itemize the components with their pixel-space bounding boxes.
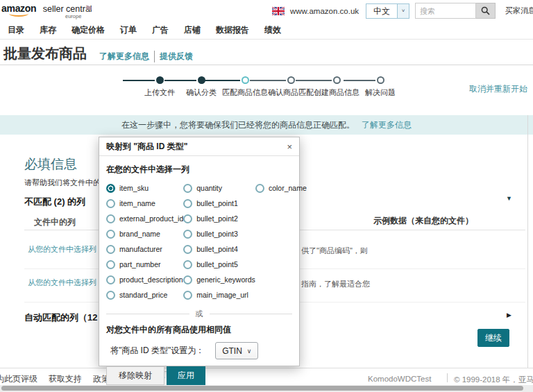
column-option[interactable]: generic_keywords [183,272,255,287]
apply-button[interactable]: 应用 [167,366,205,385]
or-divider: 或 [106,309,292,319]
header-links: 买家消息帮助设置 [501,6,533,16]
radio-icon[interactable] [183,291,192,300]
workflow-step: 解决问题 [359,76,401,98]
cancel-restart-link[interactable]: 取消并重新开始 [469,83,527,95]
column-option[interactable]: color_name [255,180,307,196]
sample-data-header: 示例数据（来自您的文件） [373,215,473,227]
title-bar: 批量发布商品 了解更多信息提供反馈 [0,40,533,65]
select-column-label: 从您的文件中选择列 [28,245,96,253]
column-option[interactable]: bullet_point5 [183,257,255,272]
option-label: quantity [196,184,222,192]
seller-central-screen: amazon seller central europe ⚑ www.amazo… [0,0,533,392]
column-option[interactable]: brand_name [106,226,183,241]
amazon-seller-central-logo[interactable]: amazon seller central europe [1,2,92,19]
radio-icon[interactable] [183,184,192,193]
sample-data-text: 供了"商品编码"，则 [301,246,368,256]
title-link[interactable]: 了解更多信息 [94,51,154,62]
option-label: bullet_point5 [196,260,238,269]
column-option[interactable]: main_image_url [183,287,255,302]
radio-icon[interactable] [106,291,115,300]
step-dot-icon [333,76,341,84]
radio-icon[interactable] [106,214,115,223]
step-label: 确认分类 [180,87,222,98]
footer-link[interactable]: 获取支持 [49,373,82,385]
column-option[interactable]: bullet_point4 [183,241,255,257]
option-label: bullet_point1 [196,199,238,207]
marketplace-url: www.amazon.co.uk [290,7,359,15]
radio-icon[interactable] [183,275,192,284]
radio-icon[interactable] [255,184,264,193]
option-label: standard_price [119,291,167,299]
workflow-steps-area: 上传文件 确认分类 匹配商品信息 确认商品匹配 [0,65,533,115]
column-option[interactable]: product_description [106,272,183,287]
radio-icon[interactable] [183,230,192,239]
radio-icon[interactable] [106,260,115,269]
search-icon [481,6,490,15]
id-type-dropdown[interactable]: GTIN ∨ [215,342,258,359]
copyright-text: © 1999-2018 年，亚马逊公司或其附属公司 [454,375,533,385]
continue-button[interactable]: 继续 [477,329,509,347]
banner-learn-more-link[interactable]: 了解更多信息 [362,120,412,130]
column-option[interactable]: bullet_point3 [183,226,255,241]
step-label: 匹配商品信息 [222,87,268,98]
nav-item[interactable]: 订单 [112,24,144,36]
options-column: quantity bullet_point1 bullet_point2 [183,180,255,302]
nav-item[interactable]: 目录 [0,24,32,36]
radio-icon[interactable] [106,245,115,254]
radio-icon[interactable] [106,184,115,193]
title-link[interactable]: 提供反馈 [154,51,198,62]
option-label: bullet_point4 [196,245,238,253]
option-label: brand_name [119,230,160,238]
search-button[interactable] [476,3,496,19]
expand-icon[interactable]: ▶ [507,312,511,318]
column-option[interactable]: item_sku [106,180,183,196]
radio-icon[interactable] [183,245,192,254]
step-label: 确认商品匹配 [268,87,314,98]
column-options-grid: item_sku item_name external_product_id [106,180,292,302]
column-option[interactable]: part_number [106,257,183,272]
pennant-flag-icon: ⚑ [85,3,93,14]
close-icon[interactable]: × [287,142,292,151]
nav-item[interactable]: 数据报告 [208,24,257,36]
radio-icon[interactable] [106,275,115,284]
content-right-border [527,115,528,386]
radio-icon[interactable] [183,260,192,269]
radio-icon[interactable] [183,214,192,223]
select-column-dropdown[interactable]: 从您的文件中选择列∨ [28,278,104,288]
radio-icon[interactable] [183,199,192,208]
collapse-icon[interactable]: ▼ [506,195,512,202]
search-input[interactable] [415,3,476,19]
remove-mapping-button[interactable]: 移除映射 [106,366,164,385]
column-option[interactable]: standard_price [106,287,183,302]
column-option[interactable]: external_product_id [106,211,183,226]
header-language-selector[interactable]: 中文 ˅ [366,3,409,19]
step-info-banner: 在这一步骤中，您将要确保我们已经将您的商品信息正确匹配。了解更多信息 [0,115,533,135]
nav-item[interactable]: 绩效 [257,24,289,36]
column-option[interactable]: bullet_point1 [183,196,255,211]
select-column-dropdown[interactable]: 从您的文件中选择列∨ [28,244,104,255]
column-option[interactable]: quantity [183,180,255,196]
option-label: item_sku [119,184,149,192]
title-links: 了解更多信息提供反馈 [94,51,198,62]
horizontal-scrollbar[interactable] [1,386,523,391]
nav-item[interactable]: 库存 [32,24,64,36]
nav-item[interactable]: 确定价格 [64,24,112,36]
column-option[interactable]: bullet_point2 [183,211,255,226]
header-link[interactable]: 买家消息 [501,6,533,16]
divider [210,314,293,314]
top-header: amazon seller central europe ⚑ www.amazo… [0,0,533,21]
uk-flag-icon [272,7,285,15]
option-label: bullet_point2 [196,214,238,223]
column-option[interactable]: manufacturer [106,241,183,257]
column-option[interactable]: item_name [106,196,183,211]
radio-icon[interactable] [106,199,115,208]
modal-body: 在您的文件中选择一列 item_sku [99,156,299,385]
option-label: product_description [119,275,183,284]
amazon-smile-icon [9,13,28,17]
nav-item[interactable]: 店铺 [176,24,208,36]
option-label: generic_keywords [196,275,255,284]
radio-icon[interactable] [106,230,115,239]
nav-item[interactable]: 广告 [144,24,176,36]
footer-link[interactable]: 为此页评级 [0,373,37,385]
